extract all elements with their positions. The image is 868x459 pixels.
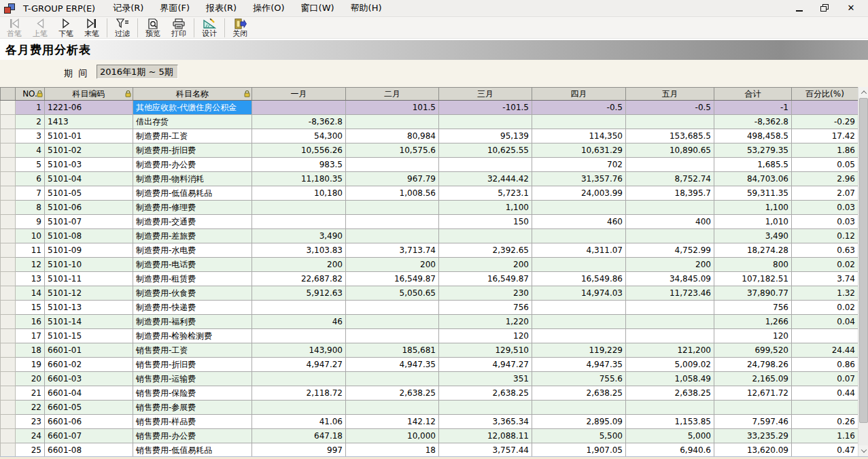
row-selector[interactable] [1, 286, 16, 301]
cell-pct[interactable]: 0.44 [792, 386, 858, 401]
menu-item[interactable]: 报表(R) [198, 0, 245, 16]
row-selector[interactable] [1, 358, 16, 372]
cell-code[interactable]: 1221-06 [45, 101, 133, 115]
cell-name[interactable]: 制造费用-交通费 [133, 215, 252, 229]
cell-m4[interactable]: 24,003.99 [532, 186, 626, 201]
column-header-no[interactable]: NO. [16, 88, 45, 101]
cell-m4[interactable]: 4,947.35 [532, 358, 626, 372]
cell-m4[interactable]: 4,311.07 [532, 243, 626, 258]
cell-name[interactable]: 销售费用-运输费 [133, 372, 252, 386]
cell-no[interactable]: 24 [16, 429, 45, 443]
cell-m2[interactable]: 3,713.74 [346, 243, 439, 258]
cell-code[interactable]: 5101-07 [45, 215, 133, 229]
cell-pct[interactable] [792, 101, 858, 115]
cell-m2[interactable]: 4,947.35 [346, 358, 439, 372]
scroll-down-icon[interactable] [858, 445, 868, 456]
cell-code[interactable]: 5101-12 [45, 286, 133, 301]
column-header-pct[interactable]: 百分比(%) [792, 88, 858, 101]
cell-m3[interactable]: -101.5 [439, 101, 532, 115]
cell-m1[interactable]: 22,687.82 [252, 272, 346, 286]
cell-m5[interactable] [626, 315, 714, 329]
cell-total[interactable]: 12,671.72 [714, 386, 792, 401]
cell-m5[interactable]: 2,638.25 [626, 386, 714, 401]
cell-code[interactable]: 1413 [45, 115, 133, 129]
cell-total[interactable]: 24,798.26 [714, 358, 792, 372]
cell-m4[interactable]: 16,549.86 [532, 272, 626, 286]
cell-m3[interactable] [439, 401, 532, 415]
cell-m2[interactable]: 80,984 [346, 129, 439, 143]
cell-no[interactable]: 3 [16, 129, 45, 143]
cell-m1[interactable]: 10,556.26 [252, 143, 346, 158]
cell-pct[interactable]: 0.02 [792, 301, 858, 315]
column-header-m5[interactable]: 五月 [626, 88, 714, 101]
cell-m5[interactable]: 5,000 [626, 429, 714, 443]
cell-m3[interactable] [439, 229, 532, 243]
cell-m3[interactable]: 129,510 [439, 343, 532, 358]
cell-m1[interactable]: 4,947.27 [252, 358, 346, 372]
cell-total[interactable]: -8,362.8 [714, 115, 792, 129]
cell-m2[interactable]: 16,549.87 [346, 272, 439, 286]
cell-m5[interactable] [626, 158, 714, 172]
cell-total[interactable]: 3,490 [714, 229, 792, 243]
cell-m5[interactable]: 5,009.02 [626, 358, 714, 372]
cell-m2[interactable] [346, 372, 439, 386]
row-selector[interactable] [1, 101, 16, 115]
cell-name[interactable]: 制造费用-修理费 [133, 201, 252, 215]
cell-m1[interactable] [252, 372, 346, 386]
cell-pct[interactable]: 24.44 [792, 343, 858, 358]
cell-pct[interactable]: 0.03 [792, 201, 858, 215]
cell-code[interactable]: 5101-03 [45, 158, 133, 172]
cell-m5[interactable]: 8,752.74 [626, 172, 714, 186]
cell-m1[interactable]: 46 [252, 315, 346, 329]
column-header-m2[interactable]: 二月 [346, 88, 439, 101]
cell-m2[interactable]: 5,050.65 [346, 286, 439, 301]
cell-name[interactable]: 销售费用-低值易耗品 [133, 443, 252, 457]
cell-m1[interactable] [252, 301, 346, 315]
cell-m5[interactable]: 121,200 [626, 343, 714, 358]
cell-m2[interactable] [346, 229, 439, 243]
cell-no[interactable]: 21 [16, 386, 45, 401]
menu-item[interactable]: 界面(F) [152, 0, 198, 16]
cell-pct[interactable]: 0.47 [792, 443, 858, 457]
cell-m3[interactable] [439, 158, 532, 172]
cell-m3[interactable]: 2,392.65 [439, 243, 532, 258]
cell-code[interactable]: 5101-11 [45, 272, 133, 286]
cell-no[interactable]: 7 [16, 186, 45, 201]
cell-name[interactable]: 制造费用-低值易耗品 [133, 186, 252, 201]
cell-m1[interactable]: 5,912.63 [252, 286, 346, 301]
cell-m3[interactable]: 150 [439, 215, 532, 229]
cell-m3[interactable]: 3,757.44 [439, 443, 532, 457]
cell-total[interactable]: 699,520 [714, 343, 792, 358]
row-selector[interactable] [1, 372, 16, 386]
cell-pct[interactable]: 0.05 [792, 158, 858, 172]
cell-m3[interactable]: 2,638.25 [439, 386, 532, 401]
cell-m4[interactable]: 2,638.25 [532, 386, 626, 401]
cell-no[interactable]: 16 [16, 315, 45, 329]
cell-name[interactable]: 制造费用-差旅费 [133, 229, 252, 243]
cell-m4[interactable] [532, 401, 626, 415]
cell-m5[interactable] [626, 229, 714, 243]
cell-total[interactable]: 2,165.09 [714, 372, 792, 386]
cell-code[interactable]: 5101-14 [45, 315, 133, 329]
cell-m3[interactable]: 32,444.42 [439, 172, 532, 186]
cell-name[interactable]: 销售费用-参展费 [133, 401, 252, 415]
cell-code[interactable]: 6601-01 [45, 343, 133, 358]
cell-m1[interactable] [252, 329, 346, 343]
cell-m1[interactable]: 983.5 [252, 158, 346, 172]
row-selector[interactable] [1, 243, 16, 258]
cell-name[interactable]: 制造费用-检验检测费 [133, 329, 252, 343]
row-selector[interactable] [1, 158, 16, 172]
cell-no[interactable]: 6 [16, 172, 45, 186]
cell-m1[interactable]: 54,300 [252, 129, 346, 143]
cell-pct[interactable]: 17.42 [792, 129, 858, 143]
toolbar-button-filter[interactable]: 过滤 [109, 18, 135, 39]
cell-m1[interactable]: 10,180 [252, 186, 346, 201]
cell-m4[interactable] [532, 229, 626, 243]
cell-m5[interactable] [626, 329, 714, 343]
cell-name[interactable]: 制造费用-办公费 [133, 158, 252, 172]
cell-m5[interactable]: 18,395.7 [626, 186, 714, 201]
cell-pct[interactable]: 1.32 [792, 286, 858, 301]
cell-m1[interactable]: 200 [252, 258, 346, 272]
cell-pct[interactable]: 2.96 [792, 172, 858, 186]
toolbar-button-design[interactable]: 设计 [196, 18, 222, 39]
